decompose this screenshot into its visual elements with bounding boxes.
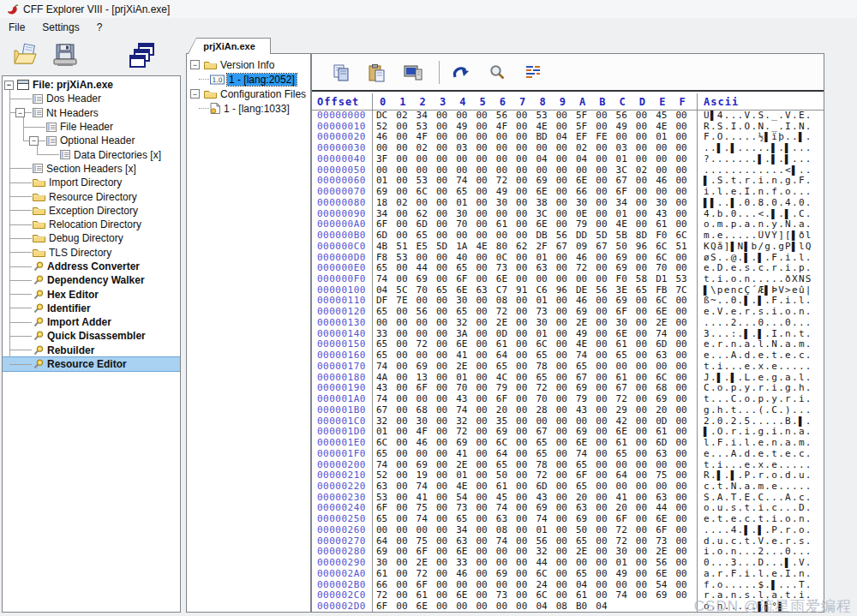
hex-byte[interactable]: 65 [376,449,396,460]
hex-bytes[interactable]: 65000000410064006500740065006300 [372,350,697,362]
hex-ascii[interactable]: e...A.d.e.t.e.c. [697,350,824,362]
hex-row[interactable]: 00000220630074004E0061006D00650000000000… [312,481,824,493]
hex-byte[interactable]: 00 [476,187,495,198]
hex-byte[interactable]: 00 [436,198,456,209]
hex-row[interactable]: 00000100045C70656E63C791C696DE563E65FB7C… [312,285,824,296]
hex-row[interactable]: 0000002046004F0000000000BD04EFFE00000100… [312,132,824,143]
hex-byte[interactable]: 51 [396,242,416,253]
hex-byte[interactable]: 00 [656,362,675,373]
hex-bytes[interactable]: 61007200460069006C00650049006E00 [372,569,697,580]
hex-row[interactable]: 000000A06F006D00700061006E0079004E006100… [312,219,824,230]
hex-byte[interactable]: 00 [456,111,476,122]
hex-byte[interactable]: 00 [536,274,555,285]
hex-byte[interactable]: 00 [417,449,436,460]
hex-row[interactable]: 000000D0F853000040000C000100460069006C00… [312,253,824,264]
hex-byte[interactable]: 00 [396,274,416,285]
hex-ascii[interactable]: g.h.t...(.C.)... [697,405,824,416]
hex-byte[interactable]: 00 [496,558,516,569]
hex-byte[interactable]: 00 [417,350,436,362]
hex-byte[interactable]: 32 [456,318,476,329]
hex-byte[interactable]: 00 [396,514,416,525]
hex-byte[interactable]: 6C [496,438,516,449]
hex-byte[interactable]: 00 [596,449,615,460]
hex-byte[interactable]: 69 [417,274,436,285]
hex-byte[interactable]: 00 [636,111,656,122]
hex-bytes[interactable]: DC0234000000560053005F0056004500 [372,111,697,122]
hex-bytes[interactable]: 67006800740020002800430029002000 [372,405,697,416]
copy-button[interactable] [329,62,351,84]
hex-byte[interactable]: 53 [675,274,695,285]
tree-expander[interactable]: − [15,108,25,117]
hex-byte[interactable]: 00 [636,187,656,198]
hex-byte[interactable]: 00 [636,558,656,569]
hex-ascii[interactable]: ....4.▌.▌.P.r.o. [697,525,824,536]
hex-row[interactable]: 00000200740069002E0065007800650000000000… [312,460,824,471]
hex-bytes[interactable]: 4B51E55D1A4E80622F67096750966C51 [372,242,697,253]
hex-byte[interactable]: 00 [675,405,695,416]
hex-ascii[interactable]: t...C.o.p.y.r.i. [697,394,824,405]
hex-byte[interactable]: 80 [496,242,516,253]
hex-byte[interactable]: 00 [476,230,495,242]
hex-byte[interactable]: 69 [417,362,436,373]
hex-byte[interactable]: 00 [675,481,695,493]
hex-row[interactable]: 00000060010053007400720069006E0067004600… [312,176,824,187]
hex-byte[interactable]: DB [536,230,555,242]
hex-byte[interactable]: 67 [596,242,615,253]
hex-row[interactable]: 00000110DF7E0000300008000100460069006C00… [312,296,824,307]
hex-byte[interactable]: 69 [376,187,396,198]
hex-byte[interactable]: 6C [417,187,436,198]
hex-bytes[interactable]: 18020000010030003800300034003000 [372,198,697,209]
hex-byte[interactable]: 65 [536,350,555,362]
hex-byte[interactable]: 00 [656,187,675,198]
hex-byte[interactable]: 65 [417,230,436,242]
hex-byte[interactable]: 00 [436,525,456,536]
hex-byte[interactable]: 61 [496,481,516,493]
hex-byte[interactable]: 62 [516,242,536,253]
hex-byte[interactable]: 00 [516,438,536,449]
hex-byte[interactable]: 00 [596,318,615,329]
hex-byte[interactable]: 6E [576,438,596,449]
hex-row[interactable]: 0000019043006F00700079007200690067006800… [312,383,824,394]
fill-button[interactable] [401,62,423,84]
hex-ascii[interactable]: R.S.I.O.N._.I.N. [697,122,824,133]
hex-byte[interactable]: 65 [456,187,476,198]
menu-item-settings[interactable]: Settings [33,19,87,36]
hex-byte[interactable]: 09 [576,242,596,253]
hex-row[interactable]: 000000403F000000000000000400040001000000… [312,154,824,165]
hex-byte[interactable]: 74 [456,405,476,416]
hex-byte[interactable]: 00 [456,230,476,242]
hex-byte[interactable]: 30 [656,198,675,209]
hex-ascii[interactable]: C.o.p.y.r.i.g.h. [697,383,824,394]
hex-row[interactable]: 000000B06D00650000000000DB56DD5D5B8DF06C… [312,230,824,242]
hex-byte[interactable]: 2E [496,318,516,329]
hex-ascii[interactable]: t.i...e.x.e..... [697,362,824,373]
hex-byte[interactable]: 4B [376,242,396,253]
cascade-windows-button[interactable] [127,40,156,69]
hex-byte[interactable]: 00 [556,111,576,122]
hex-byte[interactable]: 00 [417,525,436,536]
hex-byte[interactable]: 00 [396,230,416,242]
hex-byte[interactable]: 00 [675,111,695,122]
hex-byte[interactable]: 5B [616,230,636,242]
hex-byte[interactable]: 00 [476,198,495,209]
tree-expander[interactable]: − [29,136,39,146]
hex-byte[interactable]: 41 [456,350,476,362]
hex-byte[interactable]: 00 [516,569,536,580]
hex-byte[interactable]: 00 [656,154,675,165]
hex-byte[interactable]: 00 [556,438,576,449]
hex-byte[interactable]: 74 [616,590,636,601]
hex-bytes[interactable]: 6500740065006300740069006F006E00 [372,514,697,525]
hex-byte[interactable]: 74 [376,274,396,285]
hex-byte[interactable]: 00 [476,525,495,536]
hex-byte[interactable]: 00 [556,558,576,569]
hex-byte[interactable]: 00 [516,405,536,416]
hex-byte[interactable]: 64 [496,350,516,362]
hex-byte[interactable]: 6C [675,230,695,242]
tree-expander[interactable]: − [190,60,200,69]
hex-byte[interactable]: 6E [536,187,555,198]
hex-byte[interactable]: 00 [476,481,495,493]
hex-ascii[interactable]: t.i.o.n.....ðXÑS [697,274,824,285]
hex-byte[interactable]: 51 [675,242,695,253]
hex-byte[interactable]: 5D [436,242,456,253]
hex-byte[interactable]: 00 [516,274,536,285]
